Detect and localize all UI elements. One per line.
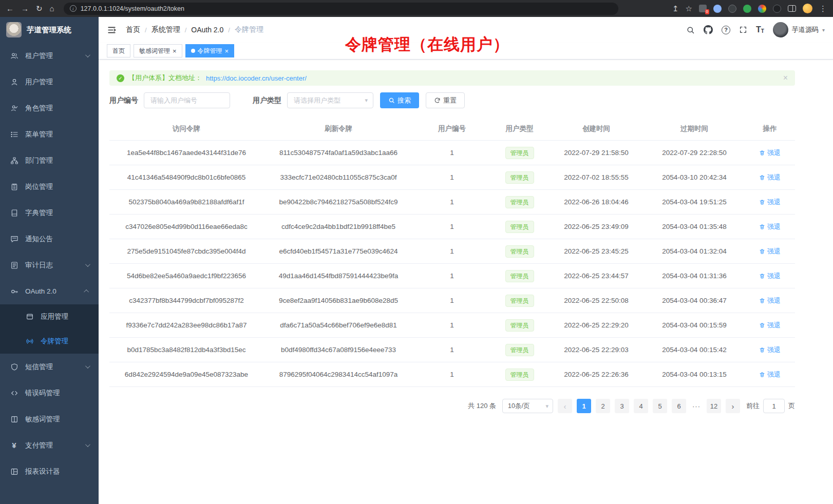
sidebar-item-dict[interactable]: 字典管理 bbox=[0, 200, 99, 226]
prev-page-button[interactable]: ‹ bbox=[558, 399, 572, 413]
sidebar-item-oauth-token[interactable]: 令牌管理 bbox=[0, 329, 99, 354]
browser-menu-icon[interactable]: ⋮ bbox=[819, 5, 827, 12]
more-pages-icon[interactable]: ··· bbox=[691, 402, 702, 410]
user-id-cell: 1 bbox=[413, 338, 490, 362]
breadcrumb-oauth[interactable]: OAuth 2.0 bbox=[191, 26, 223, 34]
action-cell: 强退 bbox=[745, 288, 795, 313]
site-info-icon[interactable]: i bbox=[70, 5, 77, 12]
force-logout-button[interactable]: 强退 bbox=[759, 296, 781, 305]
sidebar-item-menu[interactable]: 菜单管理 bbox=[0, 121, 99, 147]
oauth-key-icon bbox=[10, 287, 18, 296]
extension-icon[interactable] bbox=[713, 5, 722, 13]
close-icon[interactable]: × bbox=[225, 48, 229, 54]
force-logout-button[interactable]: 强退 bbox=[759, 198, 781, 207]
reset-button[interactable]: 重置 bbox=[426, 92, 465, 108]
force-logout-button[interactable]: 强退 bbox=[759, 247, 781, 256]
share-icon[interactable]: ↥ bbox=[672, 5, 679, 12]
chevron-down-icon: ▾ bbox=[365, 97, 368, 104]
sidebar-item-errorcode[interactable]: 错误码管理 bbox=[0, 380, 99, 406]
sidebar-collapse-icon[interactable] bbox=[107, 25, 117, 35]
sidebar-item-user[interactable]: 用户管理 bbox=[0, 69, 99, 95]
sidebar-item-label: 报表设计器 bbox=[25, 467, 60, 476]
address-bar[interactable]: i 127.0.0.1:1024/system/oauth2/token bbox=[64, 3, 618, 15]
app-logo[interactable]: 芋道管理系统 bbox=[0, 17, 99, 43]
close-icon[interactable]: × bbox=[783, 74, 788, 82]
goto-page-input[interactable] bbox=[763, 399, 785, 413]
force-logout-button[interactable]: 强退 bbox=[759, 148, 781, 158]
force-logout-button[interactable]: 强退 bbox=[759, 173, 781, 182]
page-button-1[interactable]: 1 bbox=[577, 399, 591, 413]
sidebar-item-dept[interactable]: 部门管理 bbox=[0, 147, 99, 173]
sidebar-item-report[interactable]: 报表设计器 bbox=[0, 458, 99, 484]
font-size-icon[interactable]: TT bbox=[756, 26, 764, 34]
fullscreen-icon[interactable] bbox=[739, 26, 747, 34]
close-icon[interactable]: × bbox=[173, 48, 177, 54]
annotation-overlay-text: 令牌管理（在线用户） bbox=[345, 34, 509, 55]
sensitive-word-icon bbox=[10, 415, 18, 423]
access-token-cell: 275e5de9151045fe87cbdc395e004f4d bbox=[109, 239, 263, 264]
tab-home[interactable]: 首页 bbox=[107, 44, 130, 57]
user-id-input[interactable] bbox=[144, 92, 230, 108]
tab-sensitive-word[interactable]: 敏感词管理 × bbox=[134, 44, 182, 57]
force-logout-button[interactable]: 强退 bbox=[759, 272, 781, 281]
sidebar-item-tenant[interactable]: 租户管理 bbox=[0, 43, 99, 69]
page-button-4[interactable]: 4 bbox=[634, 399, 648, 413]
user-type-cell: 管理员 bbox=[490, 239, 548, 264]
sidebar-item-oauth[interactable]: OAuth 2.0 bbox=[0, 278, 99, 304]
refresh-token-cell: 9ce8ef2aa9f14056b831ae9b608e28d5 bbox=[263, 288, 413, 313]
sidebar-item-audit[interactable]: 审计日志 bbox=[0, 252, 99, 278]
table-row: 1ea5e44f8bc1467aaede43144f31de76 811c530… bbox=[109, 141, 795, 165]
next-page-button[interactable]: › bbox=[726, 399, 740, 413]
browser-back-button[interactable]: ← bbox=[6, 5, 14, 12]
sidebar-item-notice[interactable]: 通知公告 bbox=[0, 226, 99, 252]
tab-token[interactable]: 令牌管理 × bbox=[185, 44, 235, 57]
sidebar-item-sensitive[interactable]: 敏感词管理 bbox=[0, 406, 99, 432]
col-access-token: 访问令牌 bbox=[109, 119, 263, 141]
force-logout-button[interactable]: 强退 bbox=[759, 345, 781, 355]
doc-link[interactable]: https://doc.iocoder.cn/user-center/ bbox=[206, 74, 307, 82]
sidebar-item-sms[interactable]: 短信管理 bbox=[0, 354, 99, 380]
force-logout-label: 强退 bbox=[767, 321, 781, 330]
user-type-cell: 管理员 bbox=[490, 288, 548, 313]
force-logout-label: 强退 bbox=[767, 247, 781, 256]
extension-icon[interactable] bbox=[743, 5, 751, 13]
browser-profile-avatar[interactable] bbox=[803, 4, 812, 13]
page-button-2[interactable]: 2 bbox=[596, 399, 610, 413]
breadcrumb-system[interactable]: 系统管理 bbox=[152, 25, 180, 34]
browser-reload-button[interactable]: ↻ bbox=[36, 5, 43, 12]
expire-time-cell: 2054-03-04 01:35:48 bbox=[644, 215, 745, 239]
page-button-6[interactable]: 6 bbox=[672, 399, 686, 413]
github-icon[interactable] bbox=[704, 25, 713, 34]
page-button-12[interactable]: 12 bbox=[707, 399, 721, 413]
sidebar-item-post[interactable]: 岗位管理 bbox=[0, 173, 99, 200]
help-icon[interactable]: ? bbox=[722, 26, 730, 34]
page-button-3[interactable]: 3 bbox=[615, 399, 629, 413]
breadcrumb-home[interactable]: 首页 bbox=[126, 25, 140, 34]
sidebar-item-payment[interactable]: ¥ 支付管理 bbox=[0, 432, 99, 458]
refresh-token-cell: dfa6c71a50a54c66bef706ef9e6e8d81 bbox=[263, 313, 413, 338]
action-cell: 强退 bbox=[745, 215, 795, 239]
action-cell: 强退 bbox=[745, 313, 795, 338]
extension-badged-icon[interactable]: 0 bbox=[699, 5, 707, 12]
user-type-select[interactable]: 请选择用户类型 ▾ bbox=[287, 92, 373, 108]
extension-icon[interactable] bbox=[728, 5, 736, 13]
main-area: 首页 / 系统管理 / OAuth 2.0 / 令牌管理 ? TT 芋道源码 ▾ bbox=[99, 17, 833, 504]
force-logout-button[interactable]: 强退 bbox=[759, 321, 781, 330]
refresh-token-cell: 49d1aa46d1454fbd87591444423be9fa bbox=[263, 264, 413, 288]
sidebar-item-role[interactable]: 角色管理 bbox=[0, 95, 99, 121]
search-icon[interactable] bbox=[686, 26, 695, 34]
extension-icon[interactable] bbox=[758, 5, 766, 13]
page-button-5[interactable]: 5 bbox=[653, 399, 667, 413]
force-logout-button[interactable]: 强退 bbox=[759, 370, 781, 379]
browser-home-button[interactable]: ⌂ bbox=[50, 5, 54, 12]
font-small-glyph: T bbox=[761, 29, 764, 34]
page-size-select[interactable]: 10条/页 ▾ bbox=[502, 399, 553, 413]
user-menu[interactable]: 芋道源码 ▾ bbox=[773, 22, 825, 37]
browser-forward-button[interactable]: → bbox=[21, 5, 29, 12]
extension-icon[interactable] bbox=[773, 5, 781, 13]
tab-split-icon[interactable] bbox=[788, 5, 796, 12]
sidebar-item-oauth-app[interactable]: 应用管理 bbox=[0, 304, 99, 329]
search-button[interactable]: 搜索 bbox=[380, 92, 419, 108]
bookmark-star-icon[interactable]: ☆ bbox=[686, 5, 692, 12]
force-logout-button[interactable]: 强退 bbox=[759, 222, 781, 231]
